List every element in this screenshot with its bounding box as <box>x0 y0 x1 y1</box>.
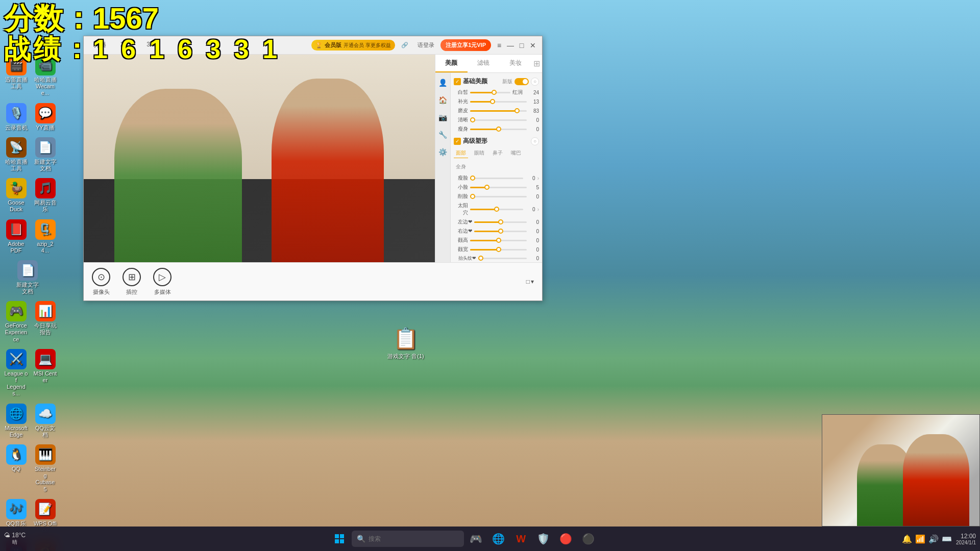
tool-media[interactable]: ▷ 多媒体 <box>153 268 172 296</box>
shape-tab-eyes[interactable]: 眼睛 <box>472 148 486 158</box>
slider-track-foreheadwrinkle[interactable] <box>478 258 527 259</box>
sidebar-icon-camera[interactable]: 📷 <box>437 112 449 123</box>
beauty-basic-title: 基础美颜 <box>463 77 500 86</box>
panel-sidebar: 👤 🏠 📷 🔧 ⚙️ <box>435 73 451 262</box>
beauty-shape-checkbox[interactable]: ✓ <box>454 138 461 145</box>
desktop-icon-pdf[interactable]: 📕 AdobePDF <box>2 217 30 256</box>
desktop-icon-qqdoc[interactable]: ☁️ QQ云文档 <box>31 402 59 440</box>
slider-slim: 瘦身 0 <box>454 126 539 133</box>
taskbar-shield-icon[interactable]: 🛡️ <box>533 529 554 549</box>
taskbar-game-icon[interactable]: 🎮 <box>466 529 486 549</box>
shape-tab-face[interactable]: 面部 <box>454 148 468 158</box>
taskbar-left: 🌤 18°C 晴 <box>4 532 26 546</box>
svg-rect-1 <box>340 534 344 538</box>
beauty-basic-section: ✓ 基础美颜 新版 ○ 白皙 <box>454 77 539 133</box>
tool-camera[interactable]: ⊙ 摄像头 <box>92 268 110 296</box>
taskbar-app-icon[interactable]: ⚫ <box>578 529 599 549</box>
beauty-toggle-switch[interactable] <box>514 78 529 85</box>
desktop-file[interactable]: 📋 游戏文字 音(1) <box>383 327 429 360</box>
taskbar-amd-icon[interactable]: 🔴 <box>556 529 576 549</box>
taskbar-right: 🔔 📶 🔊 ⌨️ 12:00 2024/1/1 <box>902 533 976 545</box>
slider-thin-face: 瘦脸 0 › <box>454 174 539 182</box>
beauty-info-btn[interactable]: ○ <box>531 78 539 86</box>
slider-right-cheek: 右边❤ 0 <box>454 228 539 235</box>
desktop-icon-audio[interactable]: 🎙️ 云录音机 <box>2 101 30 133</box>
desktop-icon-lol[interactable]: ⚔️ League ofLegends... <box>2 347 30 399</box>
panel-tab-makeup[interactable]: 美妆 <box>499 55 531 72</box>
slider-track-light[interactable] <box>470 101 527 103</box>
tool-plugcontrol[interactable]: ⊞ 插控 <box>122 268 141 296</box>
slider-track-leftcheek[interactable] <box>474 221 527 223</box>
slider-temple: 太阳穴 0 › <box>454 202 539 216</box>
screen-chevron: ▾ <box>531 278 534 285</box>
sidebar-icon-settings[interactable]: ⚙️ <box>437 146 449 158</box>
thinface-expand[interactable]: › <box>537 176 539 181</box>
sidebar-icon-face[interactable]: 👤 <box>437 77 449 88</box>
desktop-icon-msi[interactable]: 💻 MSI Center <box>31 347 59 399</box>
slider-track-slim[interactable] <box>470 129 527 130</box>
slider-shave-face: 削脸 0 <box>454 193 539 200</box>
desktop-icon-hahatool[interactable]: 📡 哈哈直播工具 <box>2 135 30 174</box>
login-btn[interactable]: 语登录 <box>414 40 437 50</box>
taskbar-edge-icon[interactable]: 🌐 <box>488 529 509 549</box>
minimize-btn[interactable]: — <box>505 40 516 51</box>
slider-track-clarity[interactable] <box>470 119 527 121</box>
desktop-icon-geforce[interactable]: 🎮 GeForceExperience <box>2 299 30 345</box>
sidebar-icon-scene[interactable]: 🏠 <box>437 94 449 106</box>
tray-icons: 🔔 📶 🔊 ⌨️ <box>902 534 952 544</box>
temple-expand[interactable]: › <box>537 207 539 212</box>
slider-cheekbone-high: 颧高 0 <box>454 237 539 244</box>
plugcontrol-icon: ⊞ <box>122 268 141 286</box>
share-btn[interactable]: 🔗 <box>398 41 411 49</box>
slider-track-smallface[interactable] <box>470 187 527 188</box>
tray-notification[interactable]: 🔔 <box>902 534 912 544</box>
desktop-icon-netease[interactable]: 🎵 网易云音乐 <box>31 176 59 215</box>
more-menu-btn[interactable]: ≡ <box>494 40 504 51</box>
slider-track-whiteness[interactable] <box>470 92 510 93</box>
window-content: 美颜 滤镜 美妆 ⊞ 👤 🏠 📷 🔧 ⚙️ <box>84 55 542 262</box>
desktop-icon-gooseduck[interactable]: 🦆 GooseDuck <box>2 176 30 215</box>
panel-tab-filter[interactable]: 滤镜 <box>468 55 500 72</box>
beauty-shape-info-btn[interactable]: ○ <box>531 137 539 145</box>
vip-badge[interactable]: 🏆 会员版 开通会员 享更多权益 <box>311 40 395 51</box>
search-input[interactable] <box>369 535 459 542</box>
sidebar-icon-tool[interactable]: 🔧 <box>437 129 449 140</box>
panel-tab-beauty[interactable]: 美颜 <box>435 55 468 72</box>
taskbar-search[interactable]: 🔍 <box>352 531 464 547</box>
desktop-icon-yy[interactable]: 💬 YY直播 <box>31 101 59 133</box>
slider-track-thinface[interactable] <box>470 178 523 179</box>
tray-wifi[interactable]: 📶 <box>915 534 925 544</box>
start-button[interactable] <box>329 529 350 549</box>
shape-tab-mouth[interactable]: 嘴巴 <box>509 148 523 158</box>
beauty-basic-checkbox[interactable]: ✓ <box>454 78 461 85</box>
svg-rect-2 <box>335 539 339 543</box>
beauty-basic-header: ✓ 基础美颜 新版 ○ <box>454 77 539 86</box>
desktop-icon-azip[interactable]: 🗜️ azip_24... <box>31 217 59 256</box>
slider-track-smooth[interactable] <box>470 110 527 112</box>
panel-settings-icon[interactable]: ⊞ <box>531 55 542 72</box>
desktop-icon-edge[interactable]: 🌐 MicrosoftEdge <box>2 402 30 440</box>
desktop-icon-txt2[interactable]: 📄 新建文字文档 <box>2 258 53 297</box>
desktop-icon-qq[interactable]: 🐧 QQ <box>2 442 30 495</box>
desktop: 分数：1567 战绩：1 6 1 6 3 3 1 🎬 迅雷直播工具 📹 哈哈直播… <box>0 0 980 551</box>
desktop-icon-joyreport[interactable]: 📊 今日享玩报告 <box>31 299 59 345</box>
slider-track-shaveface[interactable] <box>470 196 527 197</box>
slider-track-temple[interactable] <box>470 209 523 210</box>
taskbar-wps-icon[interactable]: W <box>511 529 531 549</box>
system-clock[interactable]: 12:00 2024/1/1 <box>956 533 976 545</box>
webcam-person-right <box>903 434 969 526</box>
tray-keyboard[interactable]: ⌨️ <box>942 534 952 544</box>
shape-tab-nose[interactable]: 鼻子 <box>491 148 505 158</box>
slider-track-rightcheek[interactable] <box>474 231 527 232</box>
desktop-icon-txt[interactable]: 📄 新建文字文档 <box>31 135 59 174</box>
close-btn[interactable]: ✕ <box>528 40 538 51</box>
slider-track-cheekbonehigh[interactable] <box>470 240 527 241</box>
screen-select[interactable]: □ ▾ <box>526 278 534 285</box>
desktop-icon-cubase[interactable]: 🎹 SteinbergCubase 5 <box>31 442 59 495</box>
register-vip-btn[interactable]: 注册立享1元VIP <box>440 39 491 51</box>
tray-volume[interactable]: 🔊 <box>928 534 939 544</box>
maximize-btn[interactable]: □ <box>517 40 527 51</box>
shape-tab-body[interactable]: 全身 <box>454 162 468 171</box>
screen-icon: □ <box>526 278 530 285</box>
slider-track-cheekbonewide[interactable] <box>470 249 527 251</box>
